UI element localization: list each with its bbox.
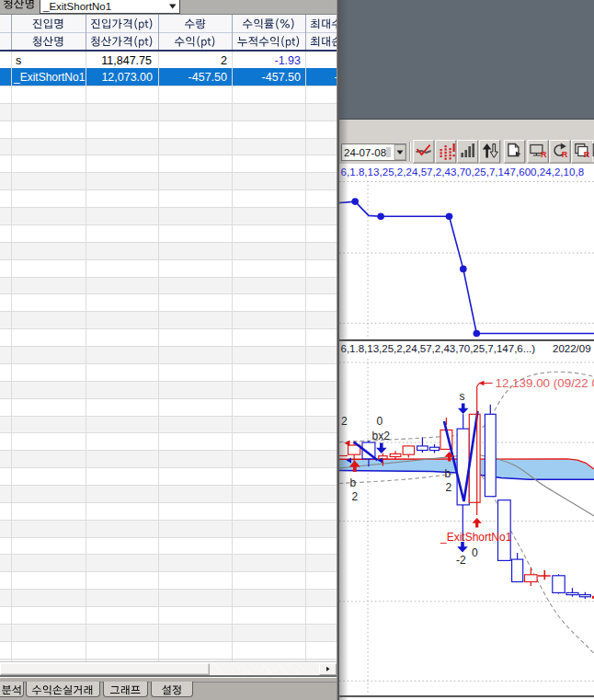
- svg-text:R: R: [562, 150, 568, 159]
- svg-text:b: b: [445, 467, 451, 480]
- svg-text:2: 2: [446, 481, 452, 494]
- svg-text:bx2: bx2: [372, 430, 391, 442]
- svg-text:b: b: [350, 476, 357, 489]
- svg-text:s: s: [460, 390, 465, 403]
- svg-text:2: 2: [221, 54, 227, 67]
- svg-text:R: R: [584, 150, 590, 159]
- svg-text:6,1.8,13,25,2,24,57,2,43,70,25: 6,1.8,13,25,2,24,57,2,43,70,25,7,147,600…: [341, 166, 585, 178]
- svg-text:-457.50: -457.50: [188, 71, 227, 84]
- svg-text:12,139.00 (09/22 0: 12,139.00 (09/22 0: [496, 376, 594, 390]
- svg-text:12,073.00: 12,073.00: [101, 71, 153, 84]
- svg-text:_ExitShortNo1: _ExitShortNo1: [13, 71, 86, 84]
- svg-text:R: R: [541, 150, 547, 159]
- svg-text:0: 0: [377, 415, 383, 428]
- svg-text:_ExitShortNo1: _ExitShortNo1: [42, 1, 111, 12]
- svg-text:s: s: [16, 54, 21, 67]
- svg-text:-457.50: -457.50: [262, 71, 301, 84]
- svg-text:-2: -2: [456, 554, 466, 567]
- svg-text:6,1.8,13,25,2,24,57,2,43,70,25: 6,1.8,13,25,2,24,57,2,43,70,25,7,147,6..…: [341, 343, 536, 354]
- svg-text:2022/09: 2022/09: [553, 343, 591, 354]
- svg-text:24-07-08: 24-07-08: [344, 147, 386, 158]
- svg-text:0: 0: [472, 546, 478, 559]
- svg-text:2: 2: [352, 490, 359, 503]
- svg-text:_ExitShortNo1: _ExitShortNo1: [440, 531, 512, 544]
- svg-text:-1.93: -1.93: [275, 54, 302, 67]
- svg-text:11,847.75: 11,847.75: [101, 54, 152, 67]
